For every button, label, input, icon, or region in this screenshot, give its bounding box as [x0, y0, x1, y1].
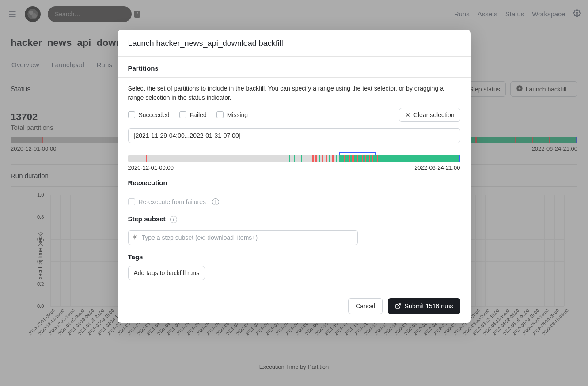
modal-timeline-end: 2022-06-24-21:00: [414, 164, 460, 171]
cancel-button[interactable]: Cancel: [348, 298, 383, 314]
step-subset-input[interactable]: [128, 230, 358, 245]
asterisk-icon: [132, 234, 138, 242]
modal-title: Launch hacker_news_api_download backfill: [118, 30, 471, 57]
launch-icon: [395, 303, 401, 309]
partitions-helper: Select the set of partitions to include …: [128, 78, 460, 108]
modal-timeline[interactable]: [128, 155, 460, 162]
section-partitions: Partitions: [128, 57, 460, 77]
partition-range-input[interactable]: [128, 128, 460, 143]
close-icon: [405, 112, 411, 118]
submit-button[interactable]: Submit 1516 runs: [388, 298, 460, 314]
modal-timeline-start: 2020-12-01-00:00: [128, 164, 174, 171]
section-tags: Tags: [128, 245, 460, 266]
modal-overlay: Launch hacker_news_api_download backfill…: [0, 0, 588, 386]
svg-line-17: [398, 304, 400, 307]
selection-marker: [128, 152, 460, 155]
info-icon[interactable]: i: [170, 216, 177, 223]
launch-backfill-modal: Launch hacker_news_api_download backfill…: [118, 30, 471, 323]
add-tags-button[interactable]: Add tags to backfill runs: [128, 266, 205, 280]
checkbox-reexecute: Re-execute from failures i: [128, 198, 460, 205]
checkbox-missing[interactable]: Missing: [216, 111, 248, 118]
info-icon[interactable]: i: [212, 198, 219, 205]
section-step-subset: Step subset i: [128, 207, 460, 228]
section-reexecution: Reexecution: [128, 171, 460, 192]
checkbox-succeeded[interactable]: Succeeded: [128, 111, 170, 118]
checkbox-failed[interactable]: Failed: [179, 111, 207, 118]
clear-selection-button[interactable]: Clear selection: [399, 108, 460, 122]
